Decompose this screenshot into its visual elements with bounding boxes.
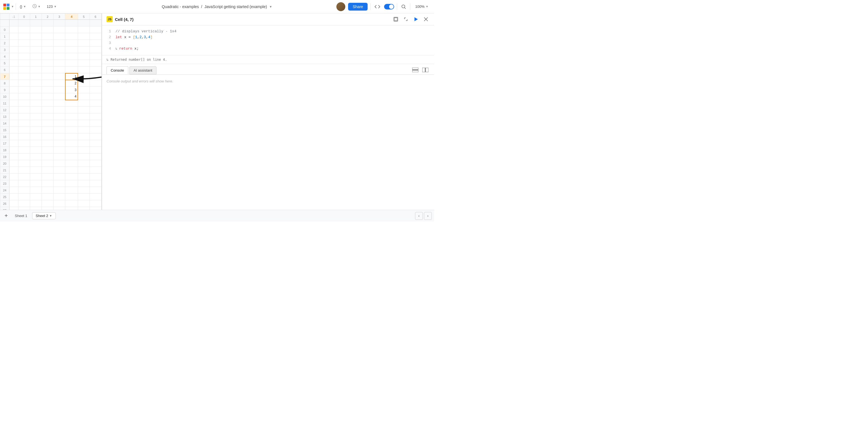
cell-26-5[interactable] — [78, 200, 90, 207]
console-layout-rows-icon[interactable] — [411, 67, 420, 74]
cell-5--1[interactable] — [9, 60, 18, 67]
cell-9--1[interactable] — [9, 87, 18, 93]
cell-26-1[interactable] — [30, 200, 41, 207]
cell-6-2[interactable] — [41, 67, 53, 73]
cell--1-5[interactable] — [78, 20, 90, 27]
cell-8-3[interactable] — [54, 80, 65, 87]
cell-23-0[interactable] — [18, 180, 30, 187]
cell-4-1[interactable] — [30, 53, 41, 60]
cell-17--1[interactable] — [9, 140, 18, 147]
cell-14-3[interactable] — [54, 120, 65, 127]
share-button[interactable]: Share — [348, 3, 367, 10]
cell-8-0[interactable] — [18, 80, 30, 87]
cell-0--1[interactable] — [9, 27, 18, 33]
cell-21-6[interactable] — [90, 167, 101, 174]
cell-10-0[interactable] — [18, 93, 30, 100]
cell-9-4[interactable]: 3 — [65, 87, 78, 93]
cell-23-4[interactable] — [65, 180, 78, 187]
format-button[interactable]: 123 ▼ — [44, 3, 59, 10]
cell-19-1[interactable] — [30, 154, 41, 160]
cell-10-1[interactable] — [30, 93, 41, 100]
cell-5-0[interactable] — [18, 60, 30, 67]
cell-25-3[interactable] — [54, 194, 65, 200]
cell-1-3[interactable] — [54, 33, 65, 40]
code-view-icon[interactable] — [373, 3, 381, 10]
cell-22-0[interactable] — [18, 174, 30, 180]
cell-17-4[interactable] — [65, 140, 78, 147]
cell-5-4[interactable] — [65, 60, 78, 67]
cell-16-4[interactable] — [65, 133, 78, 140]
cell--1-3[interactable] — [54, 20, 65, 27]
sheet-tab-2[interactable]: Sheet 2 ▼ — [32, 212, 56, 219]
cell-22-5[interactable] — [78, 174, 90, 180]
cell-21-1[interactable] — [30, 167, 41, 174]
cell-25-1[interactable] — [30, 194, 41, 200]
cell-13-3[interactable] — [54, 113, 65, 120]
cell-9-5[interactable] — [78, 87, 90, 93]
cell-22--1[interactable] — [9, 174, 18, 180]
cell-4-5[interactable] — [78, 53, 90, 60]
cell-16--1[interactable] — [9, 133, 18, 140]
cell-23-1[interactable] — [30, 180, 41, 187]
cell--1-0[interactable] — [18, 20, 30, 27]
cell-13-6[interactable] — [90, 113, 101, 120]
cell-19-3[interactable] — [54, 154, 65, 160]
cell-17-6[interactable] — [90, 140, 101, 147]
cell-24-6[interactable] — [90, 187, 101, 194]
cell-2-6[interactable] — [90, 40, 101, 46]
cell-18-1[interactable] — [30, 147, 41, 154]
cell-25-4[interactable] — [65, 194, 78, 200]
console-layout-cols-icon[interactable] — [421, 67, 430, 74]
cell-19-5[interactable] — [78, 154, 90, 160]
sheet-next-button[interactable]: › — [424, 212, 432, 220]
cell-7-2[interactable] — [41, 73, 53, 80]
cell-21--1[interactable] — [9, 167, 18, 174]
cell-20-5[interactable] — [78, 160, 90, 167]
close-button[interactable] — [422, 15, 430, 23]
cell-9-3[interactable] — [54, 87, 65, 93]
cell-3-4[interactable] — [65, 46, 78, 53]
cell-24-2[interactable] — [41, 187, 53, 194]
cell-13-4[interactable] — [65, 113, 78, 120]
cell-23-3[interactable] — [54, 180, 65, 187]
cell-21-2[interactable] — [41, 167, 53, 174]
cell-19--1[interactable] — [9, 154, 18, 160]
cell-20-1[interactable] — [30, 160, 41, 167]
cell-11-1[interactable] — [30, 100, 41, 107]
cell-2-4[interactable] — [65, 40, 78, 46]
cell-2-0[interactable] — [18, 40, 30, 46]
cell-11-2[interactable] — [41, 100, 53, 107]
cell--1-2[interactable] — [41, 20, 53, 27]
doc-title[interactable]: JavaScript getting started (example) — [205, 4, 267, 9]
cell-4-4[interactable] — [65, 53, 78, 60]
cell-0-5[interactable] — [78, 27, 90, 33]
cell-26-3[interactable] — [54, 200, 65, 207]
cell-8-6[interactable] — [90, 80, 101, 87]
cell-15-1[interactable] — [30, 127, 41, 133]
cell-6--1[interactable] — [9, 67, 18, 73]
cell-3--1[interactable] — [9, 46, 18, 53]
cell-12-5[interactable] — [78, 107, 90, 113]
expand-arrows-icon[interactable] — [402, 15, 409, 23]
cell-2-3[interactable] — [54, 40, 65, 46]
cell-25-2[interactable] — [41, 194, 53, 200]
cell-16-3[interactable] — [54, 133, 65, 140]
cell-13-2[interactable] — [41, 113, 53, 120]
cell-27--1[interactable] — [9, 207, 18, 210]
cell-13-0[interactable] — [18, 113, 30, 120]
cell-15-0[interactable] — [18, 127, 30, 133]
cell-6-0[interactable] — [18, 67, 30, 73]
cell-25-0[interactable] — [18, 194, 30, 200]
cell-1--1[interactable] — [9, 33, 18, 40]
cell-14-2[interactable] — [41, 120, 53, 127]
cell-0-3[interactable] — [54, 27, 65, 33]
cell-16-2[interactable] — [41, 133, 53, 140]
add-sheet-button[interactable]: + — [2, 212, 10, 220]
cell-10-6[interactable] — [90, 93, 101, 100]
sheet-tab-1[interactable]: Sheet 1 — [11, 212, 31, 219]
cell-1-5[interactable] — [78, 33, 90, 40]
cell-5-3[interactable] — [54, 60, 65, 67]
cell-7-1[interactable] — [30, 73, 41, 80]
cell-20-6[interactable] — [90, 160, 101, 167]
view-toggle[interactable] — [384, 4, 394, 9]
